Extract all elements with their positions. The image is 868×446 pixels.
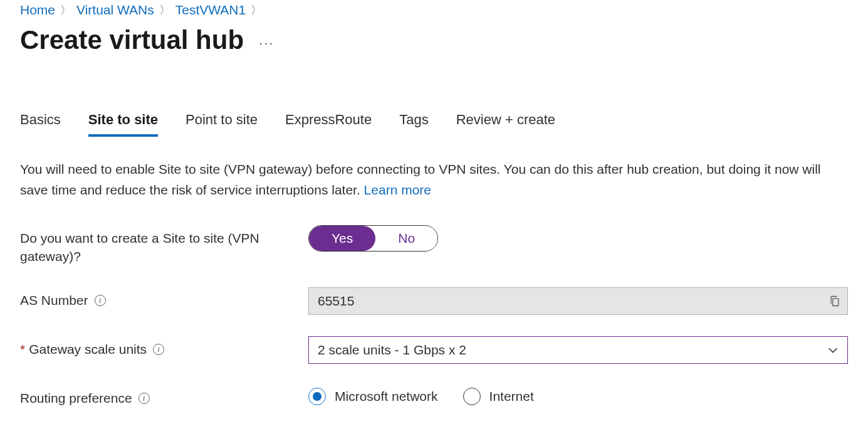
as-number-field: 65515 bbox=[308, 287, 848, 315]
breadcrumb-vwan-instance[interactable]: TestVWAN1 bbox=[175, 3, 246, 18]
routing-pref-ms-network[interactable]: Microsoft network bbox=[308, 388, 438, 405]
as-number-value: 65515 bbox=[318, 294, 354, 309]
chevron-right-icon: 〉 bbox=[251, 3, 262, 18]
breadcrumb-virtual-wans[interactable]: Virtual WANs bbox=[76, 3, 154, 18]
breadcrumb-home[interactable]: Home bbox=[20, 3, 55, 18]
svg-rect-0 bbox=[833, 299, 839, 306]
routing-pref-ms-label: Microsoft network bbox=[335, 389, 438, 404]
learn-more-link[interactable]: Learn more bbox=[364, 183, 431, 197]
routing-pref-internet[interactable]: Internet bbox=[463, 388, 534, 405]
chevron-right-icon: 〉 bbox=[60, 3, 71, 18]
info-icon[interactable]: i bbox=[95, 295, 106, 306]
info-icon[interactable]: i bbox=[139, 393, 150, 404]
radio-icon bbox=[308, 388, 326, 405]
chevron-down-icon bbox=[826, 343, 840, 357]
chevron-right-icon: 〉 bbox=[159, 3, 170, 18]
tab-basics[interactable]: Basics bbox=[20, 112, 61, 137]
info-icon[interactable]: i bbox=[153, 344, 164, 355]
routing-pref-internet-label: Internet bbox=[489, 389, 534, 404]
scale-units-label: Gateway scale units bbox=[29, 340, 147, 358]
required-marker: * bbox=[20, 342, 25, 357]
toggle-yes[interactable]: Yes bbox=[309, 226, 375, 251]
as-number-label: AS Number bbox=[20, 291, 88, 309]
tab-tags[interactable]: Tags bbox=[399, 112, 428, 137]
scale-units-dropdown[interactable]: 2 scale units - 1 Gbps x 2 bbox=[308, 336, 848, 364]
routing-pref-radio-group: Microsoft network Internet bbox=[308, 385, 848, 405]
tab-review-create[interactable]: Review + create bbox=[456, 112, 555, 137]
radio-icon bbox=[463, 388, 481, 405]
copy-icon[interactable] bbox=[829, 294, 841, 308]
toggle-no[interactable]: No bbox=[375, 226, 437, 251]
tab-site-to-site[interactable]: Site to site bbox=[88, 112, 158, 137]
breadcrumb: Home 〉 Virtual WANs 〉 TestVWAN1 〉 bbox=[20, 3, 848, 18]
page-title: Create virtual hub bbox=[20, 25, 244, 55]
routing-pref-label: Routing preference bbox=[20, 389, 132, 407]
tab-expressroute[interactable]: ExpressRoute bbox=[285, 112, 372, 137]
create-gateway-label: Do you want to create a Site to site (VP… bbox=[20, 229, 283, 266]
scale-units-value: 2 scale units - 1 Gbps x 2 bbox=[318, 342, 466, 358]
tab-point-to-site[interactable]: Point to site bbox=[186, 112, 258, 137]
tab-description: You will need to enable Site to site (VP… bbox=[20, 159, 822, 200]
tab-strip: Basics Site to site Point to site Expres… bbox=[20, 112, 848, 137]
more-actions-button[interactable]: ··· bbox=[259, 29, 274, 51]
create-gateway-toggle[interactable]: Yes No bbox=[308, 225, 438, 252]
